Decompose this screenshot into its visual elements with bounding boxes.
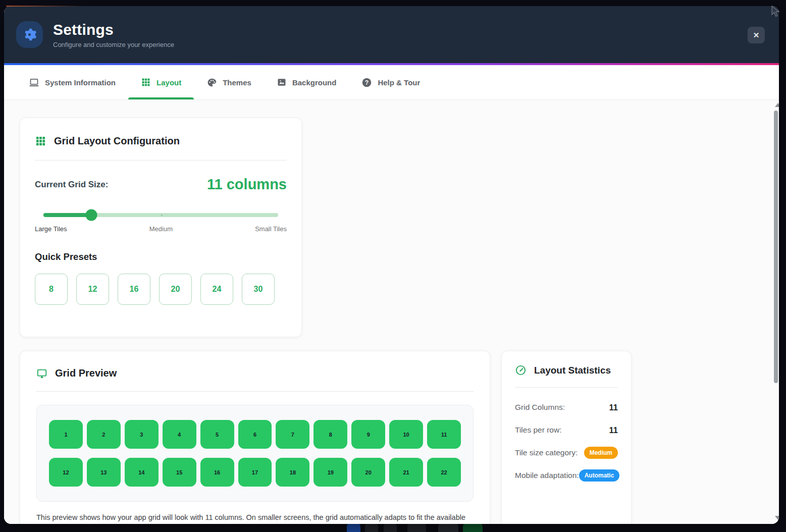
preview-tile: 3: [125, 420, 159, 449]
preset-button[interactable]: 30: [242, 274, 275, 305]
background-app-tile: [438, 523, 458, 532]
current-grid-size-label: Current Grid Size:: [35, 180, 108, 190]
preview-tile: 1: [49, 420, 83, 449]
settings-badge: [16, 21, 43, 48]
tab-help-tour[interactable]: ? Help & Tour: [349, 65, 433, 99]
svg-text:?: ?: [365, 79, 369, 86]
tab-layout[interactable]: Layout: [128, 65, 194, 99]
grid-icon: [35, 135, 46, 147]
tab-system-information[interactable]: System Information: [16, 65, 128, 99]
image-icon: [277, 77, 287, 87]
preview-tile: 6: [238, 420, 272, 449]
stat-row-mobile-adaptation: Mobile adaptation: Automatic: [515, 469, 618, 482]
mouse-cursor-icon: [769, 5, 781, 18]
preview-tile: 22: [427, 458, 461, 487]
scrollbar-down-arrow-icon[interactable]: [775, 516, 779, 520]
preview-tile: 17: [238, 458, 272, 487]
preview-tile: 5: [200, 420, 234, 449]
slider-thumb[interactable]: [86, 209, 97, 221]
grid-layout-configuration-card: Grid Layout Configuration Current Grid S…: [20, 118, 302, 337]
preview-tile: 13: [87, 458, 121, 487]
preview-tile: 20: [351, 458, 385, 487]
tab-bar: System Information Layout Themes Backg: [4, 65, 779, 100]
preview-tile: 14: [125, 458, 159, 487]
preview-tile: 7: [276, 420, 309, 449]
stat-value: 11: [609, 403, 618, 412]
tab-label: Themes: [223, 78, 251, 87]
laptop-icon: [29, 77, 39, 88]
divider: [515, 387, 618, 388]
stat-row-tile-size-category: Tile size category: Medium: [515, 447, 618, 459]
slider-fill: [43, 213, 91, 217]
current-grid-size-value: 11 columns: [207, 176, 287, 193]
background-app-tile: [407, 523, 426, 532]
stat-value: 11: [609, 425, 618, 435]
grid-preview-box: 12345678910111213141516171819202122: [36, 405, 474, 502]
close-button[interactable]: ✕: [748, 27, 765, 43]
quick-presets-title: Quick Presets: [35, 251, 287, 262]
mobile-adaptation-badge: Automatic: [579, 469, 620, 482]
stat-row-tiles-per-row: Tiles per row: 11: [515, 424, 618, 436]
background-app-tile: [347, 523, 360, 532]
preview-tile: 10: [389, 420, 423, 449]
stat-label: Grid Columns:: [515, 403, 565, 412]
divider: [35, 160, 287, 161]
scrollbar-thumb[interactable]: [774, 111, 778, 383]
preview-tile: 8: [313, 420, 347, 449]
preview-tile: 9: [351, 420, 385, 449]
card-title: Grid Layout Configuration: [54, 135, 180, 147]
preset-button[interactable]: 24: [200, 274, 233, 305]
slider-mid-label: Medium: [149, 225, 173, 233]
dialog-header: Settings Configure and customize your ex…: [4, 6, 779, 63]
tab-label: Background: [292, 78, 337, 87]
palette-icon: [206, 77, 217, 88]
stat-label: Mobile adaptation:: [515, 471, 579, 480]
tab-themes[interactable]: Themes: [194, 65, 264, 99]
grid-icon: [141, 77, 151, 87]
preview-tile: 19: [313, 458, 347, 487]
slider-max-label: Small Tiles: [255, 225, 287, 233]
grid-size-slider[interactable]: [43, 209, 278, 221]
monitor-icon: [36, 368, 47, 379]
stat-label: Tile size category:: [515, 448, 578, 457]
slider-midpoint-tick: [161, 215, 163, 216]
background-app-tile: [463, 523, 483, 532]
tile-size-badge: Medium: [584, 447, 618, 459]
gauge-icon: [515, 364, 527, 376]
tab-background[interactable]: Background: [264, 65, 349, 99]
background-app-tile: [365, 523, 378, 532]
slider-min-label: Large Tiles: [35, 225, 67, 233]
settings-dialog: Settings Configure and customize your ex…: [4, 6, 779, 524]
tab-content-layout: Grid Layout Configuration Current Grid S…: [4, 100, 779, 524]
preview-tile: 2: [87, 420, 121, 449]
preview-tile: 4: [163, 420, 196, 449]
stat-row-grid-columns: Grid Columns: 11: [515, 401, 618, 413]
gear-icon: [22, 27, 37, 42]
dialog-subtitle: Configure and customize your experience: [53, 41, 174, 48]
preset-button[interactable]: 16: [118, 274, 150, 305]
help-icon: ?: [361, 77, 372, 88]
quick-presets-row: 81216202430: [35, 274, 287, 305]
preview-tile: 16: [200, 458, 234, 487]
preview-note: This preview shows how your app grid wil…: [36, 513, 474, 524]
card-title: Layout Statistics: [534, 365, 611, 376]
dialog-title: Settings: [53, 21, 174, 38]
tab-label: Help & Tour: [378, 78, 420, 87]
tab-label: System Information: [45, 78, 116, 87]
background-app-tile: [384, 523, 397, 532]
scrollbar-up-arrow-icon[interactable]: [775, 103, 779, 107]
preview-tile: 15: [163, 458, 196, 487]
preset-button[interactable]: 12: [76, 274, 109, 305]
preset-button[interactable]: 20: [159, 274, 192, 305]
preset-button[interactable]: 8: [35, 274, 68, 305]
tab-label: Layout: [156, 78, 181, 87]
preview-tile: 21: [389, 458, 423, 487]
close-icon: ✕: [753, 31, 760, 40]
layout-statistics-card: Layout Statistics Grid Columns: 11 Tiles…: [501, 351, 632, 524]
preview-tile: 12: [49, 458, 83, 487]
stat-label: Tiles per row:: [515, 425, 561, 435]
grid-preview-card: Grid Preview 123456789101112131415161718…: [20, 351, 490, 524]
divider: [36, 391, 474, 392]
card-title: Grid Preview: [55, 367, 117, 379]
preview-tile: 11: [427, 420, 461, 449]
